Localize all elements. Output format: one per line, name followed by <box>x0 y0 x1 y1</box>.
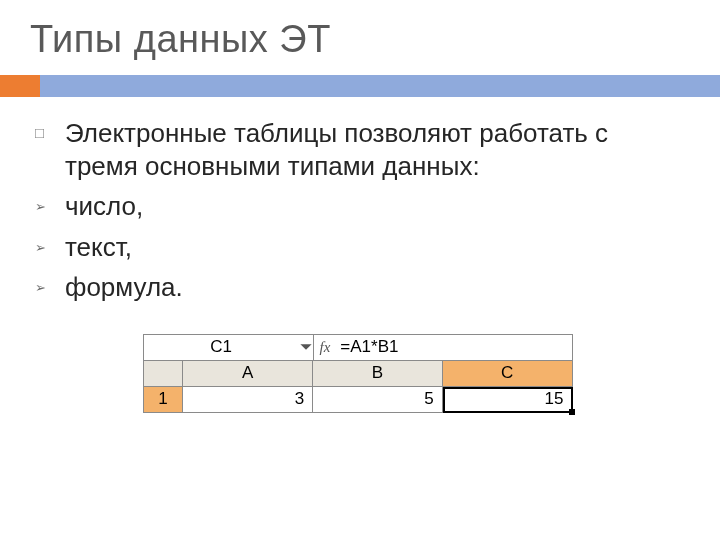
slide-title: Типы данных ЭТ <box>30 18 690 61</box>
bullet-triangle-icon <box>35 231 65 256</box>
column-header-a[interactable]: A <box>183 361 313 387</box>
formula-text: =A1*B1 <box>340 337 398 357</box>
dropdown-icon <box>299 340 313 354</box>
data-row: 1 3 5 15 <box>144 387 573 413</box>
formula-bar[interactable]: fx =A1*B1 <box>314 335 573 361</box>
formula-bar-row: C1 fx =A1*B1 <box>144 335 573 361</box>
accent-orange <box>0 75 40 97</box>
slide: Типы данных ЭТ Электронные таблицы позво… <box>0 0 720 540</box>
title-area: Типы данных ЭТ <box>0 0 720 69</box>
cell-b1[interactable]: 5 <box>313 387 443 413</box>
name-box-value: C1 <box>144 337 299 357</box>
body-area: Электронные таблицы позволяют работать с… <box>0 97 720 413</box>
excel-screenshot: C1 fx =A1*B1 A B C 1 3 5 15 <box>143 334 573 413</box>
column-header-c[interactable]: C <box>443 361 573 387</box>
bullet-triangle-icon <box>35 190 65 215</box>
bullet-intro: Электронные таблицы позволяют работать с… <box>35 117 680 182</box>
item-text: текст, <box>65 231 132 264</box>
bullet-item: формула. <box>35 271 680 304</box>
bullet-triangle-icon <box>35 271 65 296</box>
item-text: число, <box>65 190 143 223</box>
name-box[interactable]: C1 <box>144 335 314 361</box>
cell-a1[interactable]: 3 <box>183 387 313 413</box>
cell-c1[interactable]: 15 <box>443 387 573 413</box>
bullet-square-icon <box>35 117 65 142</box>
accent-band <box>0 75 720 97</box>
intro-text: Электронные таблицы позволяют работать с… <box>65 117 680 182</box>
bullet-item: текст, <box>35 231 680 264</box>
row-header-1[interactable]: 1 <box>144 387 184 413</box>
bullet-item: число, <box>35 190 680 223</box>
accent-blue <box>40 75 720 97</box>
select-all-corner[interactable] <box>144 361 184 387</box>
fx-label: fx <box>320 339 331 356</box>
item-text: формула. <box>65 271 183 304</box>
column-header-b[interactable]: B <box>313 361 443 387</box>
column-header-row: A B C <box>144 361 573 387</box>
